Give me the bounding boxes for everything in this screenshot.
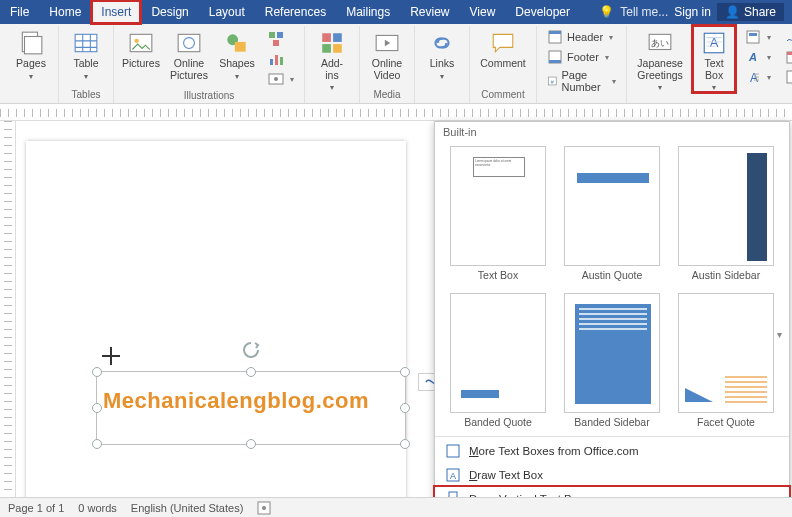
chevron-down-icon: ▾ (84, 72, 88, 81)
gallery-thumb: Lorem ipsum dolor sit amet consectetur (450, 146, 546, 266)
group-label-tables: Tables (72, 87, 101, 103)
screenshot-icon (268, 71, 284, 87)
chevron-down-icon: ▾ (290, 75, 294, 84)
tab-layout[interactable]: Layout (199, 0, 255, 24)
resize-handle[interactable] (92, 367, 102, 377)
object-button[interactable]: ▾ (781, 68, 792, 86)
macro-icon (257, 501, 271, 515)
comment-icon (490, 30, 516, 56)
tab-insert[interactable]: Insert (91, 0, 141, 24)
chevron-down-icon[interactable]: ▾ (777, 329, 787, 339)
group-label-illustrations: Illustrations (184, 88, 235, 104)
chevron-down-icon: ▾ (658, 83, 662, 92)
resize-handle[interactable] (400, 439, 410, 449)
resize-handle[interactable] (400, 367, 410, 377)
share-label: Share (744, 5, 776, 19)
tab-references[interactable]: References (255, 0, 336, 24)
tab-design[interactable]: Design (141, 0, 198, 24)
links-button[interactable]: Links ▾ (421, 26, 463, 81)
text-box-button[interactable]: A Text Box ▾ (693, 26, 735, 92)
textbox-content[interactable]: Mechanicalengblog.com (103, 388, 369, 414)
gallery-item-banded-quote[interactable]: Banded Quote (445, 293, 551, 432)
tab-developer[interactable]: Developer (505, 0, 580, 24)
svg-rect-33 (749, 33, 757, 36)
screenshot-button[interactable]: ▾ (264, 70, 298, 88)
pictures-button[interactable]: Pictures (120, 26, 162, 70)
status-bar: Page 1 of 1 0 words English (United Stat… (0, 497, 792, 517)
svg-rect-20 (333, 44, 342, 53)
gallery-item-banded-sidebar[interactable]: Banded Sidebar (559, 293, 665, 432)
online-pictures-button[interactable]: Online Pictures (168, 26, 210, 81)
dropcap-button[interactable]: A▾ (741, 68, 775, 86)
tell-me[interactable]: Tell me... (620, 5, 668, 19)
chart-button[interactable] (264, 50, 298, 68)
gallery-item-austin-sidebar[interactable]: Austin Sidebar (673, 146, 779, 285)
chevron-down-icon: ▾ (609, 33, 613, 42)
wordart-button[interactable]: A▾ (741, 48, 775, 66)
gallery-thumb (564, 146, 660, 266)
draw-text-box-menuitem[interactable]: A Draw Text Box (435, 463, 789, 487)
chevron-down-icon: ▾ (612, 77, 616, 86)
page-number-button[interactable]: #Page Number▾ (543, 68, 620, 94)
chevron-down-icon: ▾ (767, 33, 771, 42)
chart-icon (268, 51, 284, 67)
svg-rect-11 (273, 40, 279, 46)
tab-view[interactable]: View (460, 0, 506, 24)
gallery-item-austin-quote[interactable]: Austin Quote (559, 146, 665, 285)
pages-label: Pages (16, 58, 46, 70)
shapes-button[interactable]: Shapes ▾ (216, 26, 258, 81)
online-pictures-icon (176, 30, 202, 56)
japanese-greetings-button[interactable]: あい Japanese Greetings ▾ (633, 26, 687, 92)
smartart-button[interactable] (264, 30, 298, 48)
tab-home[interactable]: Home (39, 0, 91, 24)
resize-handle[interactable] (246, 439, 256, 449)
resize-handle[interactable] (92, 439, 102, 449)
pages-button[interactable]: Pages ▾ (10, 26, 52, 81)
online-pictures-label: Online Pictures (170, 58, 208, 81)
date-time-button[interactable] (781, 48, 792, 66)
gallery-item-label: Austin Sidebar (692, 269, 760, 281)
status-words[interactable]: 0 words (78, 502, 117, 514)
group-label-links (441, 87, 444, 103)
table-button[interactable]: Table ▾ (65, 26, 107, 81)
group-label-media: Media (373, 87, 400, 103)
online-video-button[interactable]: Online Video (366, 26, 408, 81)
resize-handle[interactable] (92, 403, 102, 413)
more-text-boxes-menuitem[interactable]: More Text Boxes from Office.com (435, 439, 789, 463)
tab-review[interactable]: Review (400, 0, 459, 24)
tab-file[interactable]: File (0, 0, 39, 24)
rotate-handle-icon[interactable] (241, 340, 261, 360)
status-page[interactable]: Page 1 of 1 (8, 502, 64, 514)
pictures-label: Pictures (122, 58, 160, 70)
table-label: Table (73, 58, 98, 70)
share-button[interactable]: 👤 Share (717, 3, 784, 21)
document-page[interactable]: Mechanicalengblog.com (26, 141, 406, 517)
status-macro[interactable] (257, 501, 271, 515)
svg-rect-17 (322, 33, 331, 42)
resize-handle[interactable] (246, 367, 256, 377)
svg-point-47 (262, 506, 266, 510)
dropcap-icon: A (745, 69, 761, 85)
svg-text:A: A (450, 471, 456, 481)
resize-handle[interactable] (400, 403, 410, 413)
office-icon (445, 443, 461, 459)
addins-label: Add- ins (321, 58, 343, 81)
menu-label: More Text Boxes from Office.com (469, 445, 639, 457)
gallery-item-text-box[interactable]: Lorem ipsum dolor sit amet consectetur T… (445, 146, 551, 285)
gallery-item-facet-quote[interactable]: Facet Quote (673, 293, 779, 432)
selected-text-box[interactable]: Mechanicalengblog.com (96, 371, 406, 445)
header-button[interactable]: Header▾ (543, 28, 620, 46)
crosshair-cursor (102, 347, 120, 365)
comment-button[interactable]: Comment (476, 26, 530, 70)
signature-line-button[interactable]: ▾ (781, 28, 792, 46)
horizontal-ruler[interactable] (0, 105, 792, 121)
date-icon (785, 49, 792, 65)
quickparts-button[interactable]: ▾ (741, 28, 775, 46)
footer-button[interactable]: Footer▾ (543, 48, 620, 66)
tab-mailings[interactable]: Mailings (336, 0, 400, 24)
addins-button[interactable]: Add- ins ▾ (311, 26, 353, 92)
vertical-ruler[interactable] (0, 121, 16, 498)
status-language[interactable]: English (United States) (131, 502, 244, 514)
sign-in[interactable]: Sign in (674, 5, 711, 19)
chevron-down-icon: ▾ (235, 72, 239, 81)
